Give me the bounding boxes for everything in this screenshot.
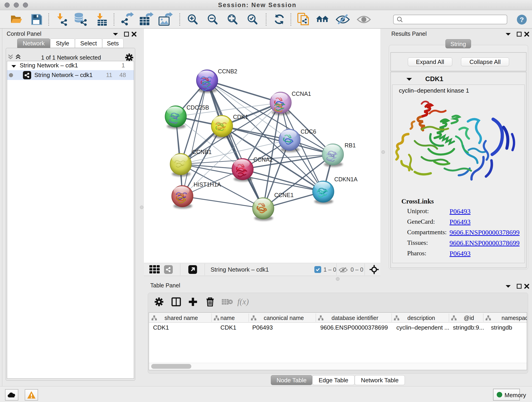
svg-text:CDC6: CDC6 [301, 128, 316, 135]
svg-text:CDKN1A: CDKN1A [334, 176, 358, 182]
svg-text:CDK1: CDK1 [233, 114, 248, 120]
svg-text:CCNB1: CCNB1 [192, 149, 212, 155]
svg-text:HIST1H1A: HIST1H1A [194, 181, 221, 188]
svg-text:CCNE1: CCNE1 [274, 192, 294, 198]
svg-text:CCNA1: CCNA1 [292, 90, 311, 97]
svg-text:CCNB2: CCNB2 [218, 68, 237, 75]
svg-text:CDC25B: CDC25B [186, 104, 209, 111]
svg-text:RB1: RB1 [345, 142, 356, 148]
svg-text:CCNA2: CCNA2 [253, 156, 273, 163]
